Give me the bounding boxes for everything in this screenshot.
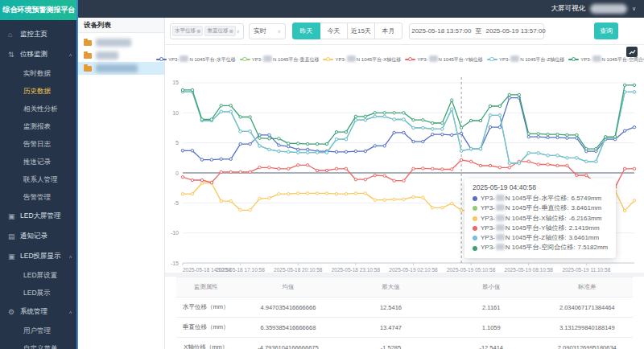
legend-item-3[interactable]: YP3-N 1045平台-X轴位移 xyxy=(323,55,401,64)
sidebar-item-label: 监控主页 xyxy=(20,30,47,39)
sidebar-item-led-screen-management[interactable]: ▣LED大屏管理 xyxy=(0,206,78,226)
sidebar-item-monitor-home[interactable]: ⌂监控主页 xyxy=(0,24,78,44)
metric-tag-label: 水平位移 xyxy=(175,27,196,35)
chevron-down-icon: ∨ xyxy=(237,28,240,34)
metric-tag[interactable]: 垂直位移⊗ xyxy=(204,26,235,36)
visualization-link[interactable]: 大屏可视化 xyxy=(551,4,585,14)
svg-text:2025-05-18 17:10:58: 2025-05-18 17:10:58 xyxy=(216,267,265,273)
sidebar-item-displacement-monitor[interactable]: ⇅位移监测∧ xyxy=(0,44,78,64)
stats-cell: -1.5285 xyxy=(341,338,441,349)
tag-close-icon[interactable]: ⊗ xyxy=(229,28,233,35)
query-button[interactable]: 查询 xyxy=(594,23,618,39)
redacted-text xyxy=(496,195,505,201)
sidebar-item-label: 位移监测 xyxy=(20,50,47,60)
chevron-up-icon: ∧ xyxy=(68,52,72,57)
date-range-picker[interactable]: 2025-05-18 13:57:00 至 2025-05-19 13:57:0… xyxy=(409,23,544,39)
series-dot-icon xyxy=(473,226,477,231)
range-button-this-month[interactable]: 本月 xyxy=(374,23,402,39)
sidebar-item-history-data[interactable]: 历史数据 xyxy=(0,82,78,100)
range-button-today[interactable]: 今天 xyxy=(320,23,348,39)
svg-text:10: 10 xyxy=(172,110,179,116)
sidebar-item-realtime-data[interactable]: 实时数据 xyxy=(0,64,78,82)
stats-col-header: 均值 xyxy=(236,277,341,298)
chart-card: YP3-N 1045平台-水平位移YP3-N 1045平台-垂直位移YP3-N … xyxy=(165,45,644,273)
sidebar-item-alarm-log[interactable]: 告警日志 xyxy=(0,135,78,153)
tooltip-series-value: 2.1419mm xyxy=(569,224,600,233)
chart-type-toggle-button[interactable] xyxy=(626,47,638,57)
sidebar-item-led-screen-settings[interactable]: LED屏设置 xyxy=(0,266,78,284)
sidebar-item-led-display[interactable]: LED展示 xyxy=(0,284,78,302)
chevron-up-icon: ∧ xyxy=(68,254,72,259)
page-root: 综合环境预警测报平台 ⌂监控主页⇅位移监测∧实时数据历史数据相关性分析监测报表告… xyxy=(0,0,644,349)
sidebar-item-monitor-report[interactable]: 监测报表 xyxy=(0,117,78,135)
sidebar-item-correlation-analysis[interactable]: 相关性分析 xyxy=(0,100,78,117)
legend-item-2[interactable]: YP3-N 1045平台-垂直位移 xyxy=(240,55,320,64)
stats-cell: 13.4747 xyxy=(341,318,441,338)
legend-marker-dot xyxy=(242,57,246,61)
username-redacted[interactable] xyxy=(590,4,627,14)
sidebar-item-alarm-management[interactable]: 告警管理 xyxy=(0,188,78,206)
sidebar-item-user-management[interactable]: 用户管理 xyxy=(0,322,78,339)
interval-select[interactable]: 实时 ∨ xyxy=(249,23,286,39)
date-separator: 至 xyxy=(476,27,482,35)
legend-marker-dot xyxy=(572,57,576,61)
device-list xyxy=(78,33,164,75)
device-list-item-3[interactable] xyxy=(78,62,164,75)
legend-item-4[interactable]: YP3-N 1045平台-Y轴位移 xyxy=(405,55,483,64)
sidebar-item-notice-record[interactable]: ▤通知记录 xyxy=(0,226,78,246)
chevron-down-icon[interactable]: ∨ xyxy=(632,6,636,12)
legend-marker-icon xyxy=(323,59,333,60)
series-dot-icon xyxy=(473,206,477,211)
legend-label: YP3-N 1045平台-垂直位移 xyxy=(252,55,320,64)
range-button-last-15-days[interactable]: 近15天 xyxy=(347,23,375,39)
stats-body: 水平位移（mm）4.94703541666666612.54162.11612.… xyxy=(176,298,633,349)
svg-text:-5: -5 xyxy=(174,200,179,206)
metric-multiselect[interactable]: 水平位移⊗垂直位移⊗ ∨ xyxy=(170,23,244,39)
tooltip-row-1: YP3-N 1045平台-水平位移:6.5749mm xyxy=(473,194,608,203)
device-list-item-2[interactable] xyxy=(78,49,164,62)
svg-text:2025-05-19 05:10:58: 2025-05-19 05:10:58 xyxy=(447,267,496,273)
svg-text:2025-05-19 08:10:58: 2025-05-19 08:10:58 xyxy=(505,267,554,273)
tag-close-icon[interactable]: ⊗ xyxy=(196,28,200,35)
date-start: 2025-05-18 13:57:00 xyxy=(411,27,471,35)
tooltip-series-name: YP3-N 1045平台-Y轴位移: xyxy=(481,224,567,233)
sidebar-item-led-cast-display[interactable]: ▣LED投屏显示∧ xyxy=(0,246,78,266)
screen-icon: ▣ xyxy=(8,212,18,220)
metric-tag[interactable]: 水平位移⊗ xyxy=(172,26,203,36)
legend-marker-dot xyxy=(326,57,330,61)
legend-marker-dot xyxy=(489,57,493,61)
redacted-device-name xyxy=(96,51,118,60)
tooltip-series-value: 7.5182mm xyxy=(577,243,608,253)
stats-row-label: 垂直位移（mm） xyxy=(176,318,236,338)
sidebar-item-contact-management[interactable]: 联系人管理 xyxy=(0,170,78,188)
screen-icon: ▣ xyxy=(8,253,18,261)
folder-icon xyxy=(84,53,92,59)
svg-text:2025-05-19 11:10:58: 2025-05-19 11:10:58 xyxy=(562,267,610,273)
stats-cell: 1.1059 xyxy=(441,318,542,338)
stats-col-header: 最大值 xyxy=(341,277,441,298)
folder-icon xyxy=(84,40,92,46)
range-button-yesterday[interactable]: 昨天 xyxy=(292,23,320,39)
device-list-item-1[interactable] xyxy=(78,36,164,49)
stats-cell: 4.947035416666666 xyxy=(236,298,341,318)
sidebar-item-custom-menu[interactable]: 自定义菜单 xyxy=(0,339,78,349)
table-row: 水平位移（mm）4.94703541666666612.54162.11612.… xyxy=(176,298,633,318)
quick-range-group: 昨天今天近15天本月 xyxy=(292,23,402,39)
legend-item-1[interactable]: YP3-N 1045平台-水平位移 xyxy=(156,55,236,64)
stats-cell: 2.1161 xyxy=(441,298,542,318)
legend-marker-icon xyxy=(487,59,497,60)
sidebar-item-push-record[interactable]: 推送记录 xyxy=(0,153,78,170)
stats-cell: -12.5414 xyxy=(441,338,542,349)
legend-item-5[interactable]: YP3-N 1045平台-Z轴位移 xyxy=(487,55,564,64)
series-dot-icon xyxy=(473,216,477,221)
sidebar-item-system-management[interactable]: ⚙系统管理∧ xyxy=(0,302,78,322)
svg-text:0: 0 xyxy=(175,170,179,176)
tooltip-series-name: YP3-N 1045平台-Z轴位移: xyxy=(481,233,566,243)
redacted-text xyxy=(347,55,356,62)
stats-cell: 12.5416 xyxy=(341,298,441,318)
doc-icon: ▤ xyxy=(8,232,18,240)
redacted-text xyxy=(496,234,505,240)
metric-tag-label: 垂直位移 xyxy=(207,27,228,35)
redacted-text xyxy=(263,55,272,62)
table-row: 垂直位移（mm）6.35938541666666813.47471.10593.… xyxy=(176,318,633,338)
